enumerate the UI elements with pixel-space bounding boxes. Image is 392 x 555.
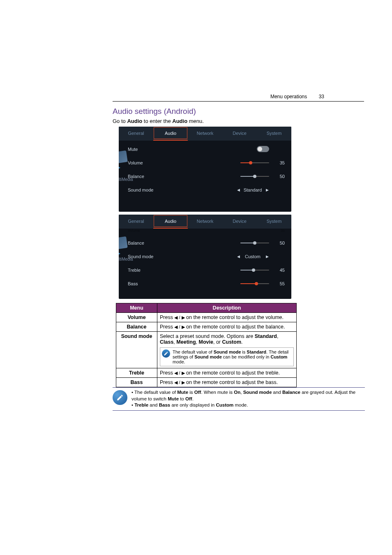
page-number: 33 xyxy=(319,94,324,99)
sound-mode-label: Sound mode xyxy=(128,254,224,259)
sound-mode-label: Sound mode xyxy=(128,187,224,192)
header-rule xyxy=(113,101,364,102)
pencil-note-icon xyxy=(113,390,127,405)
tabs: General Audio Network Device System xyxy=(119,215,291,229)
table-row: Balance Press ◀ / ▶ on the remote contro… xyxy=(116,322,297,332)
header-section: Menu operations xyxy=(270,94,307,99)
cell-balance-desc: Press ◀ / ▶ on the remote control to adj… xyxy=(157,322,297,332)
row-sound-mode: Sound mode ◀ Custom ▶ xyxy=(119,250,291,263)
table-row: Bass Press ◀ / ▶ on the remote control t… xyxy=(116,378,297,387)
bass-slider[interactable] xyxy=(240,283,269,284)
tab-audio[interactable]: Audio xyxy=(153,127,188,141)
section-title: Audio settings (Android) xyxy=(113,107,196,116)
tab-system[interactable]: System xyxy=(257,127,291,141)
footer-note-text: • The default value of Mute is Off. When… xyxy=(131,389,365,409)
row-volume: Volume 35 xyxy=(119,156,291,169)
tab-system[interactable]: System xyxy=(257,215,291,229)
volume-label: Volume xyxy=(128,160,224,165)
row-balance: Balance 50 xyxy=(119,236,291,250)
row-treble: Treble 45 xyxy=(119,263,291,277)
balance-slider[interactable] xyxy=(240,243,269,243)
side-thumbnail xyxy=(119,151,130,171)
balance-slider[interactable] xyxy=(240,176,269,177)
menu-description-table: Menu Description Volume Press ◀ / ▶ on t… xyxy=(116,303,297,387)
row-volume-cut: Volume 35 xyxy=(119,229,291,236)
tab-network[interactable]: Network xyxy=(188,215,222,229)
chevron-right-icon[interactable]: ▶ xyxy=(265,188,269,192)
table-row: Treble Press ◀ / ▶ on the remote control… xyxy=(116,368,297,378)
chevron-right-icon[interactable]: ▶ xyxy=(265,254,269,259)
row-balance: Balance 50 xyxy=(119,169,291,183)
sound-mode-selector[interactable]: ◀ Standard ▶ xyxy=(236,187,269,192)
th-description: Description xyxy=(157,303,297,313)
balance-value: 50 xyxy=(272,174,285,179)
side-thumbnail xyxy=(119,237,130,257)
sound-mode-value: Custom xyxy=(240,254,265,259)
footer-note: • The default value of Mute is Off. When… xyxy=(113,387,365,411)
treble-label: Treble xyxy=(128,268,224,273)
bass-value: 55 xyxy=(272,281,285,286)
side-label: ltiMedia xyxy=(119,257,133,261)
cell-volume-name: Volume xyxy=(116,313,157,322)
side-label: ltiMedia xyxy=(119,177,133,182)
pencil-note-icon xyxy=(162,349,170,358)
balance-label: Balance xyxy=(128,240,224,245)
balance-label: Balance xyxy=(128,174,224,179)
th-menu: Menu xyxy=(116,303,157,313)
row-sound-mode: Sound mode ◀ Standard ▶ xyxy=(119,183,291,197)
table-row: Sound mode Select a preset sound mode. O… xyxy=(116,332,297,368)
page-header: Menu operations 33 xyxy=(270,94,324,99)
cell-soundmode-desc: Select a preset sound mode. Options are … xyxy=(157,332,297,368)
mute-toggle[interactable] xyxy=(257,146,269,152)
treble-value: 45 xyxy=(272,268,285,273)
cell-bass-name: Bass xyxy=(116,378,157,387)
row-mute: Mute xyxy=(119,142,291,156)
audio-panel-standard: ltiMedia General Audio Network Device Sy… xyxy=(119,127,291,212)
cell-soundmode-name: Sound mode xyxy=(116,332,157,368)
tabs: General Audio Network Device System xyxy=(119,127,291,141)
tab-device[interactable]: Device xyxy=(222,127,257,141)
balance-value: 50 xyxy=(272,240,285,245)
tab-general[interactable]: General xyxy=(119,127,153,141)
audio-panel-custom: ltiMedia General Audio Network Device Sy… xyxy=(119,215,291,299)
volume-value: 35 xyxy=(272,160,285,165)
table-row: Volume Press ◀ / ▶ on the remote control… xyxy=(116,313,297,322)
tab-network[interactable]: Network xyxy=(188,127,222,141)
chevron-left-icon[interactable]: ◀ xyxy=(236,254,240,259)
tab-device[interactable]: Device xyxy=(222,215,257,229)
cell-treble-desc: Press ◀ / ▶ on the remote control to adj… xyxy=(157,368,297,378)
cell-bass-desc: Press ◀ / ▶ on the remote control to adj… xyxy=(157,378,297,387)
treble-slider[interactable] xyxy=(240,270,269,271)
chevron-left-icon[interactable]: ◀ xyxy=(236,188,240,192)
tab-audio[interactable]: Audio xyxy=(153,215,188,229)
cell-balance-name: Balance xyxy=(116,322,157,332)
sound-mode-selector[interactable]: ◀ Custom ▶ xyxy=(236,254,269,259)
intro-text: Go to Audio to enter the Audio menu. xyxy=(113,118,204,124)
tab-general[interactable]: General xyxy=(119,215,153,229)
inline-note: The default value of Sound mode is Stand… xyxy=(160,347,294,366)
row-bass: Bass 55 xyxy=(119,277,291,290)
volume-slider[interactable] xyxy=(240,162,269,163)
bass-label: Bass xyxy=(128,281,224,286)
mute-label: Mute xyxy=(128,147,224,152)
sound-mode-value: Standard xyxy=(240,187,265,192)
cell-treble-name: Treble xyxy=(116,368,157,378)
cell-volume-desc: Press ◀ / ▶ on the remote control to adj… xyxy=(157,313,297,322)
